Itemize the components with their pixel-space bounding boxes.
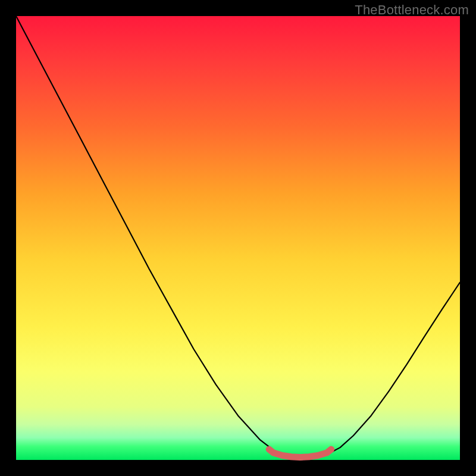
chart-svg bbox=[16, 16, 460, 460]
bottleneck-curve bbox=[16, 16, 460, 458]
chart-frame: TheBottleneck.com bbox=[0, 0, 476, 476]
sweet-spot-marker bbox=[269, 449, 331, 457]
watermark-text: TheBottleneck.com bbox=[355, 2, 469, 18]
plot-area bbox=[16, 16, 460, 460]
